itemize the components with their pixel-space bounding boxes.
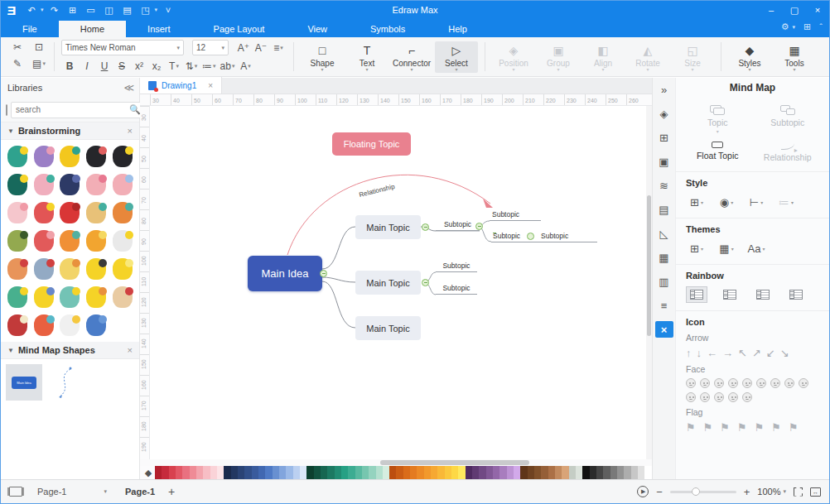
color-swatch[interactable] [286,466,292,479]
bulb-gear-icon[interactable] [6,286,29,309]
head-bulb-icon[interactable] [6,145,29,168]
page-preview-icon[interactable] [9,487,22,497]
insight-pin-icon[interactable] [32,314,55,337]
main-topic-node[interactable]: Main Topic [355,316,421,340]
vertical-scrollbar-thumb[interactable] [647,195,651,336]
color-swatch[interactable] [244,466,251,479]
main-topic-node[interactable]: Main Topic [355,271,421,295]
color-swatch[interactable] [445,466,451,479]
color-swatch[interactable] [362,466,369,479]
color-swatch[interactable] [417,466,423,479]
text-tool[interactable]: TText▾ [345,41,388,73]
export-button[interactable]: ◳ [138,3,153,17]
close-icon[interactable]: × [128,345,133,355]
theme-font-button[interactable]: Aa▾ [746,240,767,257]
zoom-slider-knob[interactable] [692,487,700,496]
color-swatch[interactable] [479,466,485,479]
align-text-button[interactable]: ≡▾ [270,40,287,55]
color-swatch[interactable] [376,466,383,479]
menu-symbols[interactable]: Symbols [349,21,427,37]
horizontal-scrollbar[interactable] [140,459,652,466]
table-icon[interactable]: ▦ [655,249,673,266]
relationship-shape-item[interactable] [49,364,79,402]
color-swatch[interactable] [624,466,630,479]
vertical-scrollbar[interactable] [646,106,652,459]
zoom-slider[interactable] [670,491,736,493]
brainstorming-section-header[interactable]: ▼ Brainstorming × [1,122,139,140]
font-family-select[interactable]: Times New Roman ▾ [61,40,184,55]
line-spacing-button[interactable]: ⇅▾ [183,58,200,74]
color-swatch[interactable] [644,466,651,479]
color-swatch[interactable] [451,466,458,479]
font-color-button[interactable]: A▾ [237,58,253,74]
color-swatch[interactable] [403,466,410,479]
color-swatch[interactable] [355,466,362,479]
flag-icon[interactable]: ⚑ [686,421,696,434]
style-gallery-button[interactable]: ⊞▾ [686,194,707,210]
color-swatch[interactable] [369,466,375,479]
underline-button[interactable]: U [96,58,113,74]
settings-icon[interactable]: ⚙ [781,22,789,32]
color-swatch[interactable] [472,466,479,479]
color-swatch[interactable] [534,466,541,479]
face-icon[interactable] [742,392,752,402]
face-icon[interactable] [686,378,696,388]
color-swatch[interactable] [176,466,182,479]
face-icon[interactable] [686,392,696,402]
palette-icon[interactable] [111,286,134,309]
flag-icon[interactable]: ⚑ [720,421,730,434]
decrease-font-button[interactable]: A⁻ [253,40,269,55]
color-swatch[interactable] [155,466,162,479]
float-topic-button[interactable]: Float Topic [683,136,753,165]
floating-topic-node[interactable]: Floating Topic [332,132,411,156]
document-edit-icon[interactable] [32,257,55,281]
color-swatch[interactable] [327,466,334,479]
subtopic-node[interactable]: Subtopic [436,262,477,272]
face-icon[interactable] [714,392,724,402]
open-button[interactable]: ▭ [84,3,99,17]
mindmap-panel-icon[interactable]: × [655,321,673,338]
color-swatch[interactable] [528,466,534,479]
color-swatch[interactable] [603,466,610,479]
chart-icon[interactable]: ◺ [655,225,673,242]
flag-icon[interactable]: ⚑ [789,421,799,434]
bullet-list-button[interactable]: ≔▾ [200,58,218,74]
text-style-button[interactable]: T▾ [166,58,182,74]
flag-icon[interactable]: ⚑ [755,421,765,434]
fill-bucket-icon[interactable]: ◆ [142,466,155,479]
bulb-bright-icon[interactable] [111,257,134,281]
color-swatch[interactable] [300,466,306,479]
color-swatch[interactable] [458,466,465,479]
connector-style-button[interactable]: ⊢▾ [746,194,767,210]
face-icon[interactable] [728,378,738,388]
collapse-marker-icon[interactable] [422,279,429,286]
color-swatch[interactable] [499,466,506,479]
flag-icon[interactable]: ⚑ [703,421,713,434]
tools-tool[interactable]: ▦Tools▾ [773,41,816,73]
copy-button[interactable]: ⊡ [31,40,47,55]
highlighter-icon[interactable] [84,314,108,337]
face-icon[interactable] [784,378,794,388]
close-button[interactable]: × [806,1,829,19]
face-icon[interactable] [728,392,738,402]
color-swatch[interactable] [437,466,444,479]
face-icon[interactable] [742,378,752,388]
head-brain-icon[interactable] [32,145,55,168]
main-topic-node[interactable]: Main Topic [355,215,421,239]
search-input[interactable] [12,105,129,114]
fill-style-icon[interactable]: ◈ [655,105,673,122]
menu-file[interactable]: File [1,21,59,37]
mindmap-shapes-section-header[interactable]: ▼ Mind Map Shapes × [1,342,139,359]
menu-home[interactable]: Home [59,21,126,37]
arrow-icon[interactable]: ↙ [766,347,775,359]
color-swatch[interactable] [396,466,403,479]
color-swatch[interactable] [610,466,617,479]
brain-hemispheres-icon[interactable] [111,173,134,196]
minimize-button[interactable]: – [760,1,783,19]
close-tab-icon[interactable]: × [208,81,213,90]
layers-icon[interactable]: ≋ [655,177,673,194]
menu-view[interactable]: View [286,21,349,37]
menu-page-layout[interactable]: Page Layout [192,21,287,37]
clipart-icon[interactable]: ▥ [655,273,673,290]
italic-button[interactable]: I [79,58,95,74]
